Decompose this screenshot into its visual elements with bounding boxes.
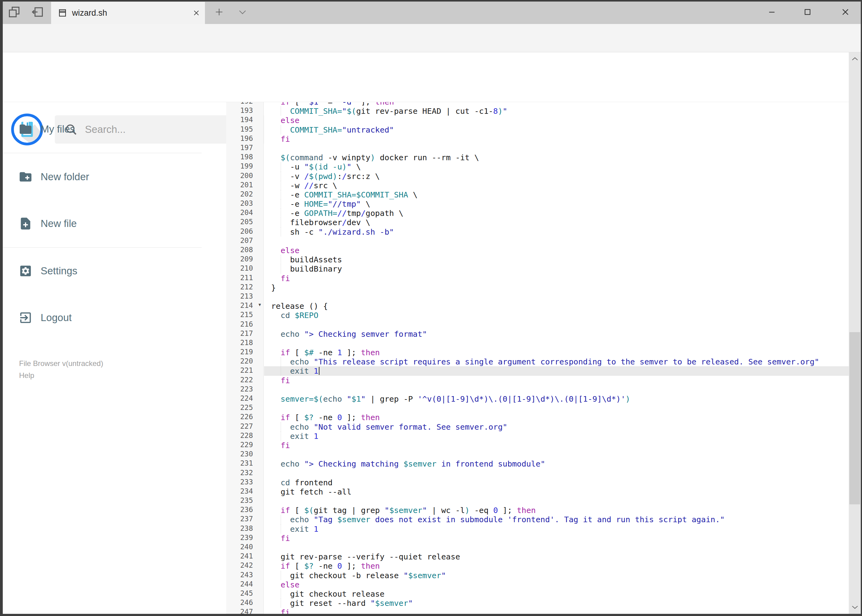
code-line[interactable]: -e GOPATH=//tmp/gopath \	[264, 209, 849, 218]
code-line[interactable]: fi	[264, 376, 849, 385]
code-line[interactable]: echo "> Checking semver format"	[264, 329, 849, 339]
code-line[interactable]	[264, 292, 849, 302]
code-line[interactable]: -v /$(pwd):/src:z \	[264, 171, 849, 181]
sidebar-item-my-files[interactable]: My files	[0, 119, 202, 139]
scroll-up-button[interactable]	[849, 52, 861, 66]
code-line[interactable]: if [ $(git tag | grep "$semver" | wc -l)…	[264, 506, 849, 515]
code-line[interactable]: echo "This release script requires a sin…	[264, 357, 849, 366]
code-line[interactable]: else	[264, 580, 849, 589]
set-tabs-aside-button[interactable]	[26, 0, 49, 24]
gutter-line-number: 238	[226, 524, 263, 534]
gutter-line-number: 233	[226, 478, 263, 487]
sidebar-item-settings[interactable]: Settings	[0, 261, 202, 281]
scroll-down-button[interactable]	[849, 600, 861, 614]
vertical-scrollbar[interactable]	[849, 52, 861, 614]
code-line[interactable]: -w //src \	[264, 181, 849, 190]
code-line[interactable]	[264, 339, 849, 348]
tab-strip: wizard.sh	[0, 0, 862, 24]
new-tab-button[interactable]	[207, 0, 231, 24]
help-link[interactable]: Help	[19, 371, 34, 380]
code-line[interactable]: buildAssets	[264, 255, 849, 264]
gutter-line-number: 215	[226, 311, 263, 320]
code-line[interactable]: COMMIT_SHA="$(git rev-parse HEAD | cut -…	[264, 107, 849, 116]
code-line[interactable]: release () {	[264, 302, 849, 311]
code-line[interactable]: -u "$(id -u)" \	[264, 162, 849, 171]
code-line[interactable]: else	[264, 246, 849, 255]
gutter-line-number: 209	[226, 255, 263, 264]
fold-marker-icon[interactable]: ▾	[258, 302, 261, 308]
code-line[interactable]: -e HOME="//tmp" \	[264, 199, 849, 209]
code-line[interactable]	[264, 320, 849, 329]
sidebar-divider	[0, 153, 202, 153]
code-line[interactable]: git checkout -b release "$semver"	[264, 571, 849, 580]
gutter-line-number: 230	[226, 450, 263, 459]
code-line[interactable]: exit 1	[264, 432, 849, 441]
app-header	[0, 52, 862, 102]
code-line[interactable]: else	[264, 116, 849, 125]
code-line[interactable]	[264, 450, 849, 459]
code-line[interactable]	[264, 236, 849, 246]
code-line[interactable]: COMMIT_SHA="untracked"	[264, 125, 849, 134]
close-window-button[interactable]	[829, 0, 862, 24]
code-line[interactable]: echo "> Checking matching $semver in fro…	[264, 459, 849, 468]
code-line[interactable]: $(command -v winpty) docker run --rm -it…	[264, 153, 849, 162]
code-line[interactable]	[264, 404, 849, 413]
code-line[interactable]: fi	[264, 134, 849, 144]
window-border-left	[0, 0, 3, 616]
code-line[interactable]: if [ $? -ne 0 ]; then	[264, 413, 849, 422]
minimize-button[interactable]	[756, 0, 788, 24]
gutter-line-number: 242	[226, 561, 263, 570]
code-line[interactable]: if [ $# -ne 1 ]; then	[264, 348, 849, 357]
sidebar-item-new-file[interactable]: New file	[0, 214, 202, 234]
gutter-line-number: 196	[226, 134, 263, 144]
gutter-line-number: 224	[226, 394, 263, 404]
code-line[interactable]: buildBinary	[264, 264, 849, 273]
active-tab[interactable]: wizard.sh	[51, 2, 205, 24]
tab-preview-toggle[interactable]	[231, 0, 254, 24]
editor-gutter: 1921931941951961971981992002012022032042…	[226, 102, 264, 614]
code-line[interactable]: if [ "$1" = "-d" ]; then	[264, 102, 849, 107]
code-line[interactable]: git reset --hard "$semver"	[264, 599, 849, 608]
gutter-line-number: 246	[226, 599, 263, 608]
code-line[interactable]	[264, 543, 849, 552]
maximize-button[interactable]	[791, 0, 824, 24]
folder-icon	[19, 122, 33, 136]
code-line[interactable]: git fetch --all	[264, 487, 849, 497]
gutter-line-number: 195	[226, 125, 263, 134]
code-line[interactable]: fi	[264, 608, 849, 614]
scrollbar-thumb[interactable]	[849, 332, 860, 504]
text-cursor	[319, 367, 320, 375]
code-line[interactable]	[264, 385, 849, 394]
code-line[interactable]: -e COMMIT_SHA=$COMMIT_SHA \	[264, 190, 849, 199]
sidebar-item-logout[interactable]: Logout	[0, 308, 202, 328]
code-line[interactable]	[264, 497, 849, 506]
code-line[interactable]: cd frontend	[264, 478, 849, 487]
code-line[interactable]	[264, 144, 849, 153]
code-line[interactable]: sh -c "./wizard.sh -b"	[264, 227, 849, 236]
code-line[interactable]: git rev-parse --verify --quiet release	[264, 552, 849, 561]
code-editor[interactable]: if [ "$1" = "-d" ]; then COMMIT_SHA="$(g…	[264, 102, 849, 614]
gutter-line-number: 237	[226, 515, 263, 524]
code-line[interactable]: echo "Not valid semver format. See semve…	[264, 422, 849, 432]
minimize-icon	[767, 7, 777, 17]
sidebar-item-label: New file	[41, 218, 77, 229]
code-line[interactable]: }	[264, 283, 849, 292]
code-line[interactable]: fi	[264, 534, 849, 543]
code-line[interactable]: fi	[264, 441, 849, 450]
code-line[interactable]: echo "Tag $semver does not exist in subm…	[264, 515, 849, 524]
sidebar-item-new-folder[interactable]: New folder	[0, 167, 202, 187]
chevron-down-icon	[851, 603, 859, 611]
code-line[interactable]: if [ $? -ne 0 ]; then	[264, 561, 849, 570]
code-line[interactable]: semver=$(echo "$1" | grep -P '^v(0|[1-9]…	[264, 394, 849, 404]
code-line[interactable]: fi	[264, 274, 849, 283]
code-line[interactable]	[264, 469, 849, 478]
close-icon	[840, 7, 850, 17]
show-tabs-aside-button[interactable]	[2, 0, 26, 24]
code-line[interactable]: cd $REPO	[264, 311, 849, 320]
code-line[interactable]: git checkout release	[264, 589, 849, 599]
code-line[interactable]: exit 1	[264, 524, 849, 534]
code-line[interactable]: exit 1	[264, 366, 849, 376]
code-line[interactable]: filebrowser/dev \	[264, 218, 849, 227]
gutter-line-number: 198	[226, 153, 263, 162]
tab-close-button[interactable]	[188, 2, 205, 24]
